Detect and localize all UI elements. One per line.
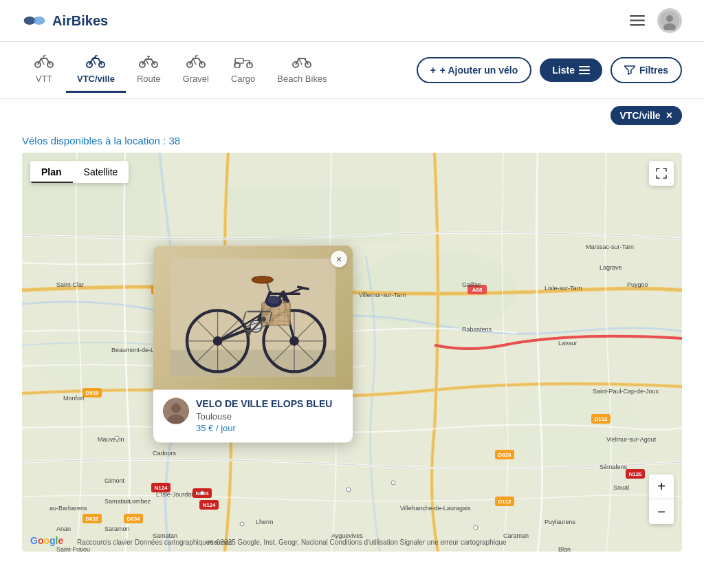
nav-bar: VTT VTC/ville Route Gravel Cargo (0, 42, 704, 99)
svg-text:Saint-Clar: Saint-Clar (56, 281, 84, 288)
svg-text:N126: N126 (628, 471, 642, 477)
google-g2: g (50, 535, 56, 546)
svg-rect-22 (579, 69, 590, 71)
filter-tag-label: VTC/ville (620, 110, 661, 121)
seller-avatar-image (163, 398, 189, 424)
filter-button[interactable]: Filtres (610, 57, 682, 83)
seller-avatar (163, 398, 189, 424)
svg-text:au-Barbarens: au-Barbarens (50, 505, 87, 512)
svg-point-122 (252, 276, 273, 283)
filter-tags-bar: VTC/ville × (0, 99, 704, 132)
nav-item-beach[interactable]: Beach Bikes (266, 47, 338, 93)
svg-text:Samatain: Samatain (104, 498, 131, 505)
svg-text:Lagrave: Lagrave (600, 264, 622, 271)
list-view-button[interactable]: Liste (540, 58, 602, 82)
user-avatar-button[interactable] (657, 8, 682, 33)
nav-item-route[interactable]: Route (126, 47, 172, 93)
svg-point-140 (246, 331, 251, 336)
nav-label-route: Route (137, 74, 161, 84)
svg-text:Marssac-sur-Tarn: Marssac-sur-Tarn (586, 243, 634, 250)
bike-popup: × (153, 246, 353, 443)
active-filter-tag[interactable]: VTC/ville × (610, 106, 682, 125)
svg-point-27 (352, 249, 517, 331)
zoom-in-button[interactable]: + (649, 475, 674, 499)
vtt-icon (34, 53, 54, 71)
zoom-out-button[interactable]: − (649, 499, 674, 524)
svg-text:Blan: Blan (558, 546, 571, 552)
popup-location: Toulouse (196, 411, 343, 422)
list-icon (579, 65, 590, 76)
nav-label-vtc: VTC/ville (77, 74, 115, 84)
svg-rect-3 (630, 20, 645, 22)
fullscreen-icon (656, 168, 667, 179)
availability-bar: Vélos disponibles à la location : 38 (0, 132, 704, 153)
nav-item-vtt[interactable]: VTT (22, 47, 66, 93)
popup-price: 35 € / jour (196, 423, 343, 433)
vtc-icon (86, 53, 105, 71)
svg-text:Saint-Paul-Cap-de-Joux: Saint-Paul-Cap-de-Joux (593, 388, 659, 395)
nav-categories: VTT VTC/ville Route Gravel Cargo (22, 47, 417, 93)
svg-point-1 (33, 17, 45, 25)
popup-bike-image (153, 246, 353, 390)
svg-point-28 (36, 325, 146, 393)
svg-text:Sémalens: Sémalens (600, 464, 628, 470)
svg-rect-4 (630, 24, 645, 26)
svg-text:Villemur-sur-Tarn: Villemur-sur-Tarn (359, 292, 406, 298)
avatar-icon (660, 11, 679, 30)
svg-text:N124: N124 (202, 502, 216, 508)
nav-item-gravel[interactable]: Gravel (172, 47, 220, 93)
svg-point-6 (666, 15, 673, 22)
svg-text:Villefranche-de-Lauragais: Villefranche-de-Lauragais (400, 505, 471, 512)
svg-text:Lherm: Lherm (256, 519, 274, 525)
add-icon: + (430, 65, 436, 76)
header: AirBikes (0, 0, 704, 42)
google-o1: o (38, 535, 44, 546)
svg-text:D112: D112 (498, 499, 512, 505)
svg-text:Saint-Frajou: Saint-Frajou (56, 546, 90, 552)
nav-item-cargo[interactable]: Cargo (220, 47, 266, 93)
svg-text:Soual: Soual (613, 484, 629, 491)
svg-text:Puylaurens: Puylaurens (544, 519, 576, 525)
svg-point-144 (171, 404, 181, 413)
svg-point-141 (261, 317, 266, 322)
svg-rect-2 (630, 15, 645, 17)
svg-text:D928: D928 (85, 390, 99, 396)
popup-seller-row: VELO DE VILLE ELOPS BLEU Toulouse 35 € /… (163, 398, 343, 433)
google-e: e (58, 535, 63, 546)
nav-label-vtt: VTT (36, 74, 53, 84)
filter-icon (624, 65, 635, 75)
svg-text:Lisle-sur-Tarn: Lisle-sur-Tarn (544, 285, 582, 292)
bike-svg (170, 256, 336, 380)
beach-icon (292, 53, 311, 71)
svg-point-99 (240, 522, 244, 526)
svg-text:D632: D632 (85, 516, 99, 522)
map-type-plan-button[interactable]: Plan (30, 161, 73, 183)
svg-text:Saramon: Saramon (104, 525, 130, 532)
svg-rect-21 (579, 66, 590, 67)
filter-tag-close[interactable]: × (666, 110, 672, 121)
popup-close-button[interactable]: × (331, 251, 347, 268)
nav-item-vtc[interactable]: VTC/ville (66, 47, 126, 93)
add-bike-button[interactable]: + + Ajouter un vélo (417, 57, 532, 83)
svg-point-96 (115, 436, 119, 440)
menu-button[interactable] (626, 11, 649, 30)
popup-details: VELO DE VILLE ELOPS BLEU Toulouse 35 € /… (196, 398, 343, 433)
map-type-satellite-button[interactable]: Satellite (73, 161, 129, 183)
map-fullscreen-button[interactable] (649, 161, 674, 186)
availability-text: Vélos disponibles à la location : 38 (22, 135, 180, 146)
svg-text:Rabastens: Rabastens (462, 326, 492, 333)
svg-text:Gimont: Gimont (104, 477, 125, 484)
svg-text:D826: D826 (498, 452, 512, 458)
svg-text:Gaillac: Gaillac (462, 281, 481, 288)
svg-text:Lombez: Lombez (129, 498, 151, 505)
google-logo: G o o g l e (30, 535, 63, 546)
google-o2: o (43, 535, 50, 546)
map-attribution: Raccourcis clavier Données cartographiqu… (77, 538, 507, 546)
gravel-icon (186, 53, 206, 71)
map-zoom-controls: + − (649, 475, 674, 524)
header-actions (626, 8, 682, 33)
map-container[interactable]: D928 D999 A68 D928 D826 Beaumont-de-Loma… (22, 153, 682, 552)
svg-text:Vielmur-sur-Agout: Vielmur-sur-Agout (606, 436, 657, 443)
filter-label: Filtres (639, 65, 668, 76)
svg-point-94 (200, 491, 204, 495)
